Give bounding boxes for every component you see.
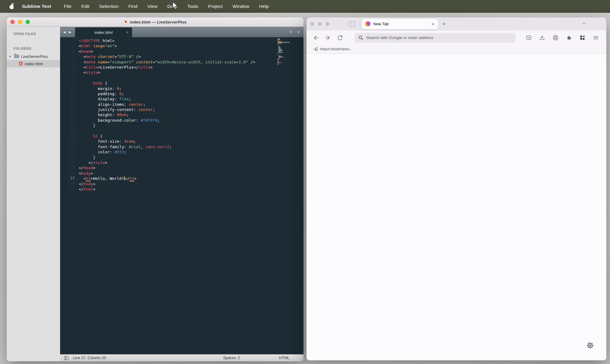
downloads-icon[interactable] <box>539 34 545 41</box>
editor-minimap[interactable] <box>277 38 296 65</box>
sidebar-toggle-icon[interactable] <box>64 356 69 360</box>
toolbar-icons <box>526 34 603 41</box>
pocket-icon[interactable] <box>526 34 532 41</box>
import-bookmarks-button[interactable]: Import bookmarks… <box>320 47 353 51</box>
next-tab-icon[interactable]: ▶ <box>69 30 71 34</box>
code-line[interactable]: <meta charset="UTF-8" /> <box>79 54 303 59</box>
code-line[interactable]: align-items: center; <box>79 102 303 107</box>
code-lines[interactable]: <!DOCTYPE html><html lang="en"><head> <m… <box>79 37 303 354</box>
code-line[interactable]: display: flex; <box>79 96 303 102</box>
disclosure-triangle-icon[interactable]: ▾ <box>9 55 12 59</box>
apple-menu-icon[interactable] <box>9 4 15 9</box>
code-line[interactable]: } <box>79 123 303 128</box>
sidebar-folder-liveserverplus[interactable]: ▾ LiveServerPlus <box>7 53 60 60</box>
code-line[interactable]: margin: 0; <box>79 86 303 91</box>
sidebar-file-name: index.html <box>25 62 43 66</box>
code-line[interactable]: <body> <box>79 171 303 176</box>
code-line[interactable]: <html lang="en"> <box>79 43 303 48</box>
zoom-window-button[interactable] <box>325 22 329 26</box>
tab-index-html[interactable]: index.html × <box>75 27 132 37</box>
menu-item-tools[interactable]: Tools <box>182 4 203 9</box>
code-line[interactable]: <meta name="viewport" content="width=dev… <box>79 59 303 65</box>
menu-item-selection[interactable]: Selection <box>94 4 124 9</box>
code-line[interactable]: <title>LiveServerPlus</title> <box>79 65 303 70</box>
minimize-window-button[interactable] <box>318 22 322 26</box>
extensions-puzzle-icon[interactable] <box>566 34 572 41</box>
gutter-line-number: 4 <box>60 54 75 59</box>
menu-hamburger-icon[interactable] <box>593 34 599 41</box>
reload-button[interactable] <box>334 34 346 41</box>
folder-name: LiveServerPlus <box>21 54 48 59</box>
personalize-gear-icon[interactable] <box>586 341 594 349</box>
code-line[interactable]: font-family: Arial, sans-serif; <box>79 144 303 149</box>
code-line[interactable]: </body> <box>79 181 303 187</box>
tab-close-icon[interactable]: × <box>126 30 128 35</box>
url-input[interactable] <box>366 35 501 40</box>
new-tab-button[interactable]: + <box>289 29 292 35</box>
prev-tab-icon[interactable]: ◀ <box>63 30 66 34</box>
menu-item-window[interactable]: Window <box>228 4 254 9</box>
code-line[interactable]: height: 90vh; <box>79 112 303 117</box>
code-line[interactable]: font-size: 4rem; <box>79 139 303 144</box>
code-line[interactable]: background-color: #f4f4f4; <box>79 118 303 123</box>
gutter-line-number: 21 <box>60 144 75 149</box>
search-icon <box>358 35 363 40</box>
code-line[interactable]: <style> <box>79 70 303 75</box>
sidebar-file-index-html[interactable]: 5 index.html <box>7 60 60 67</box>
close-window-button[interactable] <box>310 22 314 26</box>
code-line[interactable]: <!DOCTYPE html> <box>79 38 303 43</box>
new-tab-button[interactable]: + <box>442 21 446 27</box>
url-bar[interactable] <box>355 33 515 43</box>
code-line[interactable]: justify-content: center; <box>79 107 303 112</box>
code-line[interactable]: color: #333; <box>79 149 303 155</box>
tab-overflow-icon[interactable]: ▼ <box>297 30 300 34</box>
minimap-line <box>277 64 296 65</box>
window-title-group: index.html — LiveServerPlus <box>7 20 303 24</box>
import-icon <box>313 47 318 52</box>
sublime-statusbar: Line 27, Column 20 Spaces: 2 HTML <box>60 354 303 361</box>
code-line[interactable] <box>79 128 303 134</box>
code-line[interactable]: </head> <box>79 165 303 170</box>
code-line[interactable] <box>79 75 303 80</box>
code-line[interactable]: </style> <box>79 160 303 165</box>
menu-item-project[interactable]: Project <box>203 4 228 9</box>
sidebar-toggle-icon[interactable] <box>348 21 355 27</box>
menu-app-name[interactable]: Sublime Text <box>22 4 51 9</box>
code-line[interactable]: h1 { <box>79 134 303 139</box>
code-line[interactable]: padding: 0; <box>79 91 303 96</box>
sublime-titlebar[interactable]: index.html — LiveServerPlus <box>7 17 303 27</box>
gutter-line-number: 19 <box>60 134 75 139</box>
gutter-line-number: 2 <box>60 43 75 48</box>
caret-position: Line 27, Column 20 <box>73 356 106 360</box>
back-button[interactable] <box>310 34 322 41</box>
editor-gutter: 1234567891011121314151617181920212223242… <box>60 37 79 354</box>
code-line[interactable]: <h1>Hello, World!</h1> <box>79 176 303 181</box>
account-icon[interactable] <box>552 34 559 41</box>
tab-new-tab[interactable]: New Tab × <box>362 19 438 29</box>
code-line[interactable]: } <box>79 155 303 160</box>
sublime-window: index.html — LiveServerPlus OPEN FILES F… <box>7 17 303 361</box>
code-line[interactable]: body { <box>79 80 303 86</box>
list-all-tabs-icon[interactable] <box>582 22 587 25</box>
apps-grid-icon[interactable] <box>579 34 586 41</box>
code-line[interactable]: <head> <box>79 49 303 54</box>
menu-item-edit[interactable]: Edit <box>76 4 94 9</box>
gutter-line-number: 20 <box>60 139 75 144</box>
menu-item-find[interactable]: Find <box>124 4 142 9</box>
syntax-mode[interactable]: HTML <box>279 356 289 360</box>
menu-item-view[interactable]: View <box>142 4 162 9</box>
code-line[interactable]: </html> <box>79 187 303 192</box>
mouse-cursor-icon <box>171 1 179 10</box>
gutter-line-number: 5 <box>60 59 75 65</box>
menu-item-help[interactable]: Help <box>254 4 274 9</box>
code-editor[interactable]: 1234567891011121314151617181920212223242… <box>60 37 303 354</box>
tab-close-icon[interactable]: × <box>432 21 434 27</box>
indent-setting[interactable]: Spaces: 2 <box>223 356 240 360</box>
firefox-tabbar[interactable]: New Tab × + <box>307 17 606 30</box>
window-title: index.html — LiveServerPlus <box>130 20 186 24</box>
menu-item-file[interactable]: File <box>59 4 76 9</box>
folder-icon <box>14 55 19 58</box>
sublime-tabbar: ◀ ▶ index.html × + ▼ <box>60 27 303 37</box>
forward-button[interactable] <box>322 34 334 41</box>
html-document-icon <box>124 20 127 24</box>
